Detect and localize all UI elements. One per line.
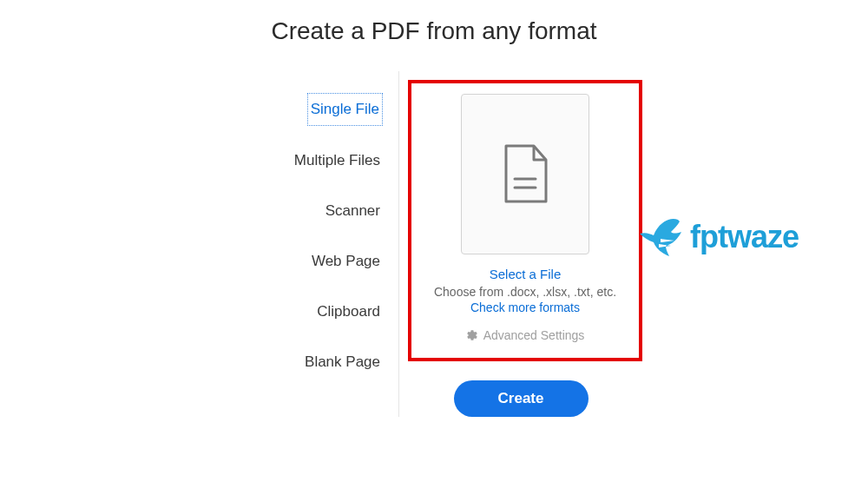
check-formats-link[interactable]: Check more formats <box>420 300 630 314</box>
sidebar: Single File Multiple Files Scanner Web P… <box>226 71 399 417</box>
watermark: fptwaze <box>635 213 799 261</box>
sidebar-item-clipboard[interactable]: Clipboard <box>314 296 383 327</box>
sidebar-item-blank-page[interactable]: Blank Page <box>302 347 383 378</box>
page-title: Create a PDF from any format <box>0 17 868 45</box>
bird-icon <box>635 213 687 261</box>
sidebar-item-multiple-files[interactable]: Multiple Files <box>292 145 383 176</box>
gear-icon <box>466 329 478 341</box>
select-file-link[interactable]: Select a File <box>420 267 630 281</box>
advanced-settings-button[interactable]: Advanced Settings <box>420 328 630 342</box>
sidebar-item-scanner[interactable]: Scanner <box>323 195 383 227</box>
advanced-settings-label: Advanced Settings <box>483 328 585 342</box>
file-dropzone[interactable] <box>461 94 589 254</box>
highlight-box: Select a File Choose from .docx, .xlsx, … <box>408 80 642 361</box>
document-icon <box>501 144 549 205</box>
watermark-text: fptwaze <box>690 219 799 255</box>
sidebar-item-single-file[interactable]: Single File <box>307 93 383 126</box>
helper-text: Choose from .docx, .xlsx, .txt, etc. <box>420 285 630 299</box>
create-button[interactable]: Create <box>454 380 589 417</box>
content-panel: Select a File Choose from .docx, .xlsx, … <box>399 71 642 417</box>
sidebar-item-web-page[interactable]: Web Page <box>309 246 383 277</box>
